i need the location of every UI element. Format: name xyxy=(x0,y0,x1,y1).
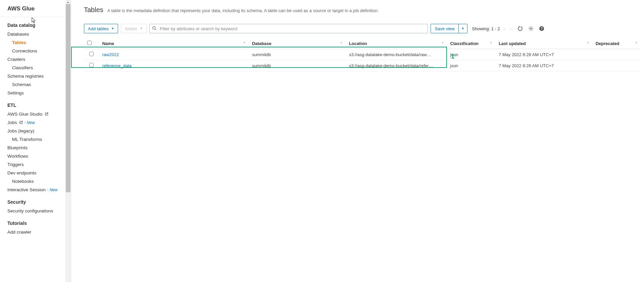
sidebar-item-aws-glue-studio[interactable]: AWS Glue Studio xyxy=(0,110,71,118)
main-content: Tables A table is the metadata definitio… xyxy=(71,0,644,282)
prev-page-button[interactable]: ‹ xyxy=(503,26,506,31)
cell-classification: json xyxy=(447,60,495,71)
sidebar-item-label: ML Transforms xyxy=(12,137,42,142)
sort-icon[interactable]: ▾ xyxy=(636,41,637,44)
save-view-button[interactable]: Save view xyxy=(431,24,458,33)
svg-text:?: ? xyxy=(541,27,543,31)
row-checkbox[interactable] xyxy=(89,63,94,67)
action-button[interactable]: Action ▼ xyxy=(121,24,147,33)
col-name: Name▾ xyxy=(99,38,249,49)
next-page-button[interactable]: › xyxy=(509,26,512,31)
tables-table: Name▾ Database▾ Location▾ Classification… xyxy=(84,38,641,71)
sidebar-item-workflows[interactable]: Workflows xyxy=(0,152,71,160)
sidebar-item-blueprints[interactable]: Blueprints xyxy=(0,144,71,152)
sidebar-item-notebooks[interactable]: Notebooks xyxy=(0,177,71,186)
table-row[interactable]: reference_datasummitdbs3://asg-datalake-… xyxy=(84,60,641,71)
cell-last-updated: 7 May 2022 8:26 AM UTC+7 xyxy=(495,49,592,60)
gear-icon[interactable] xyxy=(528,26,534,31)
cell-deprecated xyxy=(592,60,641,71)
scroll-up-icon[interactable]: ▲ xyxy=(65,0,71,4)
annotation-label: 1 xyxy=(451,53,454,60)
sidebar-item-label: Databases xyxy=(7,32,29,37)
sidebar-item-label: Connections xyxy=(12,48,37,53)
sidebar-item-settings[interactable]: Settings xyxy=(0,89,71,97)
external-link-icon xyxy=(45,112,49,117)
sidebar-item-label: Crawlers xyxy=(7,57,25,62)
sidebar-item-label: Settings xyxy=(7,90,24,95)
sidebar-item-label: Add crawler xyxy=(7,230,31,235)
add-tables-button[interactable]: Add tables ▼ xyxy=(84,24,118,33)
sidebar-item-dev-endpoints[interactable]: Dev endpoints xyxy=(0,169,71,177)
sort-icon[interactable]: ▾ xyxy=(490,41,492,44)
sidebar-item-jobs-legacy-[interactable]: Jobs (legacy) xyxy=(0,127,71,135)
sidebar-item-add-crawler[interactable]: Add crawler xyxy=(0,228,71,236)
new-badge: - New xyxy=(47,188,57,192)
sidebar-item-classifiers[interactable]: Classifiers xyxy=(0,64,71,72)
sidebar-item-triggers[interactable]: Triggers xyxy=(0,160,71,169)
toolbar: Add tables ▼ Action ▼ Save view ▼ Showin… xyxy=(84,17,644,38)
sidebar-section-title: Data catalog xyxy=(0,17,71,30)
sort-icon[interactable]: ▾ xyxy=(244,41,245,44)
sidebar-item-label: Tables xyxy=(12,40,26,45)
sidebar-item-crawlers[interactable]: Crawlers xyxy=(0,55,71,64)
sidebar-item-label: Jobs (legacy) xyxy=(7,128,34,133)
save-view-dropdown[interactable]: ▼ xyxy=(459,24,467,33)
search-wrap xyxy=(149,24,428,33)
sidebar-item-security-configurations[interactable]: Security configurations xyxy=(0,207,71,215)
sidebar-brand: AWS Glue xyxy=(0,0,71,17)
sidebar-item-schema-registries[interactable]: Schema registries xyxy=(0,72,71,80)
sidebar-item-databases[interactable]: Databases xyxy=(0,30,71,38)
sidebar-section-title: Security xyxy=(0,194,71,207)
sidebar-item-ml-transforms[interactable]: ML Transforms xyxy=(0,135,71,144)
table-row[interactable]: raw2022summitdbs3://asg-datalake-demo-bu… xyxy=(84,49,641,60)
new-badge: - New xyxy=(24,120,35,125)
help-icon[interactable]: ? xyxy=(539,26,544,31)
cell-database: summitdb xyxy=(249,60,346,71)
sidebar-item-label: Dev endpoints xyxy=(7,170,36,175)
sidebar-item-label: Classifiers xyxy=(12,65,33,70)
col-location: Location▾ xyxy=(346,38,447,49)
svg-point-2 xyxy=(530,28,532,29)
cell-database: summitdb xyxy=(249,49,346,60)
save-view-group: Save view ▼ xyxy=(431,24,467,33)
sidebar-item-interactive-session[interactable]: Interactive Session- New xyxy=(0,186,71,194)
col-database: Database▾ xyxy=(249,38,346,49)
page-header: Tables A table is the metadata definitio… xyxy=(84,0,644,17)
sidebar-item-label: Blueprints xyxy=(7,145,28,150)
sidebar-item-label: AWS Glue Studio xyxy=(7,112,43,117)
sidebar-section-title: ETL xyxy=(0,97,71,110)
sidebar-item-label: Triggers xyxy=(7,162,24,167)
cell-location: s3://asg-datalake-demo-bucket/data/raw… xyxy=(346,49,447,60)
cell-deprecated xyxy=(592,49,641,60)
scrollbar-track[interactable]: ▲ xyxy=(65,0,71,282)
sort-icon[interactable]: ▾ xyxy=(341,41,342,44)
sidebar: AWS Glue Data catalogDatabasesTablesConn… xyxy=(0,0,71,282)
caret-down-icon: ▼ xyxy=(111,27,114,30)
add-tables-label: Add tables xyxy=(88,26,108,31)
sidebar-item-label: Jobs xyxy=(7,120,17,125)
sort-icon[interactable]: ▾ xyxy=(587,41,589,44)
sidebar-item-connections[interactable]: Connections xyxy=(0,47,71,55)
sidebar-item-label: Interactive Session xyxy=(7,187,46,192)
select-all-checkbox[interactable] xyxy=(87,41,92,45)
refresh-icon[interactable] xyxy=(517,26,523,31)
sidebar-item-label: Notebooks xyxy=(12,179,34,184)
sidebar-item-jobs[interactable]: Jobs- New xyxy=(0,118,71,127)
col-deprecated: Deprecated▾ xyxy=(592,38,641,49)
cell-last-updated: 7 May 2022 8:26 AM UTC+7 xyxy=(495,60,592,71)
sidebar-item-tables[interactable]: Tables xyxy=(0,38,71,47)
col-classification: Classification▾ xyxy=(447,38,495,49)
search-input[interactable] xyxy=(149,24,428,33)
table-name-link[interactable]: reference_data xyxy=(102,63,132,68)
page-title: Tables xyxy=(84,6,103,14)
table-name-link[interactable]: raw2022 xyxy=(102,52,119,57)
row-checkbox[interactable] xyxy=(89,52,94,56)
sidebar-item-label: Schemas xyxy=(12,82,31,87)
sort-icon[interactable]: ▾ xyxy=(442,41,444,44)
search-icon xyxy=(152,26,157,31)
caret-down-icon: ▼ xyxy=(461,27,464,30)
sidebar-item-schemas[interactable]: Schemas xyxy=(0,80,71,89)
scrollbar-thumb[interactable] xyxy=(66,4,70,192)
sidebar-item-label: Workflows xyxy=(7,154,28,159)
external-link-icon xyxy=(19,120,23,125)
